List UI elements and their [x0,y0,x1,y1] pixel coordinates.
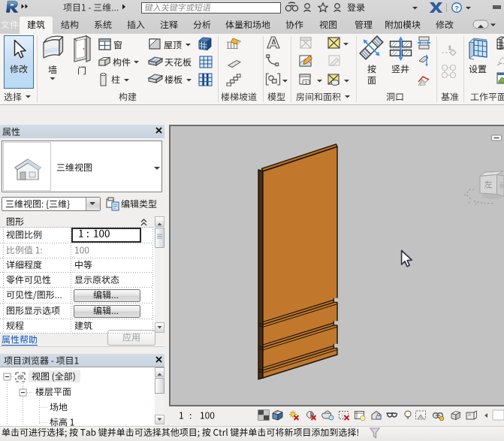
svg-text:1: 1 [305,80,307,85]
svg-text:?: ? [454,5,459,12]
svg-text:1: 1 [448,45,451,50]
